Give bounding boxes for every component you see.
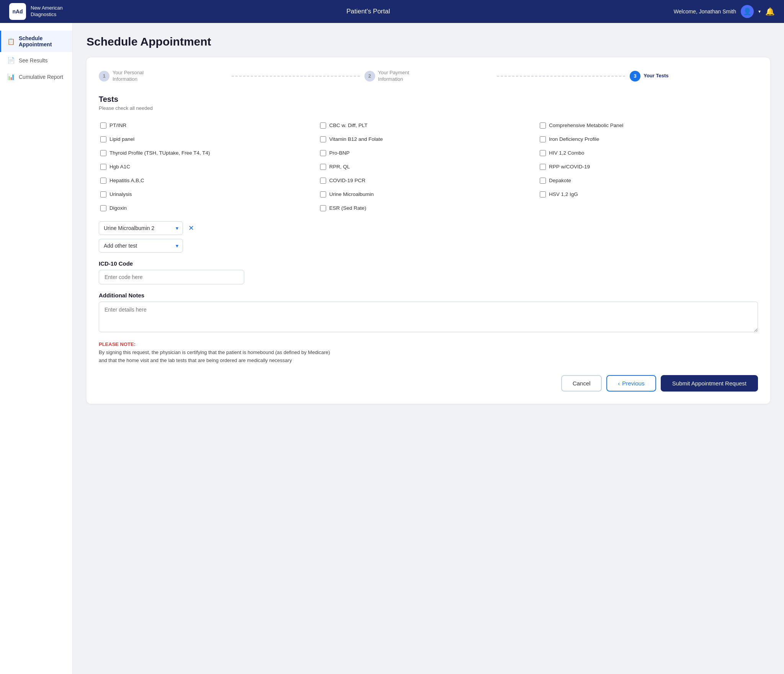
step-line-2 <box>497 76 625 77</box>
step-line-1 <box>232 76 360 77</box>
report-icon: 📊 <box>7 73 15 80</box>
checkbox-urinalysis[interactable] <box>100 191 106 197</box>
selected-test-wrapper: Urine Microalbumin 2 Other Test A Other … <box>99 221 183 235</box>
schedule-card: 1 Your PersonalInformation 2 Your Paymen… <box>87 57 770 404</box>
avatar[interactable]: 👤 <box>741 5 754 18</box>
results-icon: 📄 <box>7 57 15 64</box>
test-item-pt-inr: PT/INR <box>99 119 318 132</box>
notes-section: Additional Notes <box>99 292 758 334</box>
test-item-urine-micro: Urine Microalbumin <box>318 188 538 201</box>
notes-textarea[interactable] <box>99 302 758 332</box>
tests-subtitle: Please check all needed <box>99 105 758 111</box>
welcome-text: Welcome, Jonathan Smith <box>674 8 736 15</box>
previous-button[interactable]: ‹ Previous <box>606 375 656 392</box>
test-item-depakote: Depakote <box>538 174 758 188</box>
step-3-label: Your Tests <box>644 73 668 79</box>
brand-name: New American Diagnostics <box>31 5 63 18</box>
logo-text: nAd <box>12 8 23 15</box>
sidebar-label-results: See Results <box>19 57 47 64</box>
test-item-vit-b12: Vitamin B12 and Folate <box>318 132 538 146</box>
step-2: 2 Your PaymentInformation <box>364 70 493 83</box>
notice-body: By signing this request, the physician i… <box>99 349 758 365</box>
icd-input[interactable] <box>99 270 244 284</box>
checkbox-iron-def[interactable] <box>540 136 546 142</box>
header-brand: nAd New American Diagnostics <box>9 3 63 20</box>
tests-col-3: Comprehensive Metabolic Panel Iron Defic… <box>538 119 758 215</box>
test-item-urinalysis: Urinalysis <box>99 188 318 201</box>
sidebar-item-report[interactable]: 📊 Cumulative Report <box>0 69 72 85</box>
checkbox-pro-bnp[interactable] <box>320 150 326 156</box>
stepper: 1 Your PersonalInformation 2 Your Paymen… <box>99 70 758 83</box>
checkbox-rpp-covid[interactable] <box>540 164 546 170</box>
checkbox-hiv[interactable] <box>540 150 546 156</box>
step-3: 3 Your Tests <box>630 71 758 82</box>
checkbox-thyroid[interactable] <box>100 150 106 156</box>
previous-chevron-icon: ‹ <box>618 380 620 387</box>
test-item-iron-def: Iron Deficiency Profile <box>538 132 758 146</box>
add-other-test-row: Add other test Custom Test 1 Custom Test… <box>99 239 758 253</box>
sidebar: 📋 Schedule Appointment 📄 See Results 📊 C… <box>0 23 73 674</box>
test-item-comp-meta: Comprehensive Metabolic Panel <box>538 119 758 132</box>
checkbox-esr[interactable] <box>320 205 326 211</box>
checkbox-depakote[interactable] <box>540 178 546 184</box>
logo: nAd <box>9 3 26 20</box>
test-item-rpr: RPR, QL <box>318 160 538 174</box>
test-item-thyroid: Thyroid Profile (TSH, TUptake, Free T4, … <box>99 146 318 160</box>
checkbox-digoxin[interactable] <box>100 205 106 211</box>
icd-section: ICD-10 Code <box>99 260 244 284</box>
tests-title: Tests <box>99 95 758 104</box>
sidebar-item-results[interactable]: 📄 See Results <box>0 52 72 69</box>
notice: PLEASE NOTE: By signing this request, th… <box>99 341 758 365</box>
test-item-hiv: HIV 1,2 Combo <box>538 146 758 160</box>
test-item-cbc: CBC w. Diff, PLT <box>318 119 538 132</box>
app-body: 📋 Schedule Appointment 📄 See Results 📊 C… <box>0 23 784 674</box>
test-item-hsv: HSV 1,2 IgG <box>538 188 758 201</box>
icd-label: ICD-10 Code <box>99 260 244 267</box>
footer-buttons: Cancel ‹ Previous Submit Appointment Req… <box>99 375 758 392</box>
tests-grid: PT/INR Lipid panel Thyroid Profile (TSH,… <box>99 119 758 215</box>
app-header: nAd New American Diagnostics Patient's P… <box>0 0 784 23</box>
notes-label: Additional Notes <box>99 292 758 299</box>
test-item-pro-bnp: Pro-BNP <box>318 146 538 160</box>
checkbox-hepatitis[interactable] <box>100 178 106 184</box>
main-content: Schedule Appointment 1 Your PersonalInfo… <box>73 23 784 674</box>
tests-col-1: PT/INR Lipid panel Thyroid Profile (TSH,… <box>99 119 318 215</box>
checkbox-vit-b12[interactable] <box>320 136 326 142</box>
test-item-hepatitis: Hepatitis A,B,C <box>99 174 318 188</box>
checkbox-rpr[interactable] <box>320 164 326 170</box>
checkbox-covid-pcr[interactable] <box>320 178 326 184</box>
checkbox-hgb[interactable] <box>100 164 106 170</box>
sidebar-item-schedule[interactable]: 📋 Schedule Appointment <box>0 31 72 52</box>
step-1: 1 Your PersonalInformation <box>99 70 227 83</box>
test-item-lipid: Lipid panel <box>99 132 318 146</box>
test-item-hgb: Hgb A1C <box>99 160 318 174</box>
schedule-icon: 📋 <box>7 38 15 45</box>
page-title: Schedule Appointment <box>87 35 770 48</box>
portal-title: Patient's Portal <box>346 8 390 15</box>
add-other-wrapper: Add other test Custom Test 1 Custom Test… <box>99 239 183 253</box>
cancel-button[interactable]: Cancel <box>561 375 602 392</box>
submit-button[interactable]: Submit Appointment Request <box>661 375 758 392</box>
add-other-select[interactable]: Add other test Custom Test 1 Custom Test… <box>99 239 183 253</box>
selected-test-select[interactable]: Urine Microalbumin 2 Other Test A Other … <box>99 221 183 235</box>
test-item-covid-pcr: COVID-19 PCR <box>318 174 538 188</box>
tests-col-2: CBC w. Diff, PLT Vitamin B12 and Folate … <box>318 119 538 215</box>
step-1-label: Your PersonalInformation <box>113 70 144 83</box>
checkbox-lipid[interactable] <box>100 136 106 142</box>
checkbox-pt-inr[interactable] <box>100 122 106 129</box>
sidebar-label-schedule: Schedule Appointment <box>19 35 66 47</box>
selected-test-row: Urine Microalbumin 2 Other Test A Other … <box>99 221 758 235</box>
test-item-digoxin: Digoxin <box>99 201 318 215</box>
test-item-rpp-covid: RPP w/COVID-19 <box>538 160 758 174</box>
checkbox-cbc[interactable] <box>320 122 326 129</box>
step-2-label: Your PaymentInformation <box>378 70 409 83</box>
checkbox-comp-meta[interactable] <box>540 122 546 129</box>
checkbox-hsv[interactable] <box>540 191 546 197</box>
clear-test-button[interactable]: ✕ <box>187 222 196 234</box>
avatar-chevron-icon[interactable]: ▾ <box>758 9 761 14</box>
checkbox-urine-micro[interactable] <box>320 191 326 197</box>
additional-tests-area: Urine Microalbumin 2 Other Test A Other … <box>99 221 758 253</box>
step-1-circle: 1 <box>99 71 109 82</box>
sidebar-label-report: Cumulative Report <box>19 74 63 80</box>
notification-bell-icon[interactable]: 🔔 <box>765 7 775 16</box>
